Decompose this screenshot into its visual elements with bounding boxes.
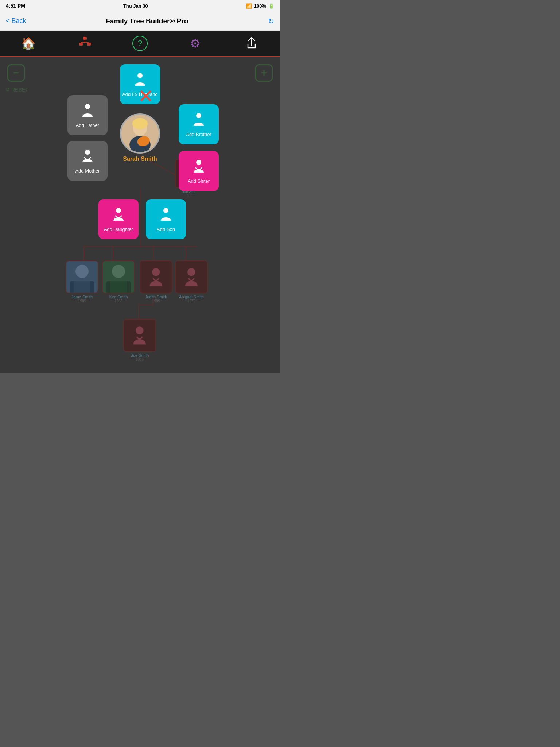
svg-point-21: [163, 208, 168, 213]
canvas: − + ↺ RESET Add Father Add Mother: [0, 57, 280, 374]
svg-rect-1: [79, 43, 83, 46]
wifi-icon: 📶: [246, 3, 252, 9]
home-icon[interactable]: 🏠: [19, 34, 38, 53]
help-icon[interactable]: ?: [132, 36, 148, 51]
close-button[interactable]: ✕: [136, 86, 156, 107]
svg-point-19: [196, 160, 201, 165]
add-daughter-label: Add Daughter: [104, 227, 133, 232]
svg-rect-2: [87, 43, 91, 46]
add-father-button[interactable]: Add Father: [67, 95, 108, 135]
toolbar: 🏠 ? ⚙: [0, 31, 280, 57]
center-person[interactable]: Sarah Smith: [120, 113, 160, 162]
add-sister-button[interactable]: Add Sister: [179, 151, 219, 191]
svg-point-15: [85, 104, 90, 109]
nav-bar: < Back Family Tree Builder® Pro ↻: [0, 12, 280, 31]
refresh-button[interactable]: ↻: [268, 17, 274, 26]
close-icon: ✕: [138, 87, 154, 106]
add-brother-label: Add Brother: [186, 132, 211, 137]
daughter-icon: [112, 207, 125, 224]
male-icon: [81, 103, 94, 120]
nav-title: Family Tree Builder® Pro: [106, 17, 188, 25]
center-name: Sarah Smith: [123, 156, 157, 162]
add-son-label: Add Son: [157, 227, 175, 232]
son-icon: [159, 207, 173, 224]
settings-icon[interactable]: ⚙: [186, 34, 204, 53]
female-icon: [81, 148, 94, 165]
add-sister-label: Add Sister: [188, 178, 210, 184]
svg-point-18: [196, 113, 201, 118]
add-mother-button[interactable]: Add Mother: [67, 141, 108, 181]
status-date: Thu Jan 30: [123, 3, 148, 9]
svg-point-17: [137, 73, 143, 78]
svg-point-24: [132, 118, 148, 129]
svg-rect-0: [83, 37, 87, 40]
svg-point-16: [85, 150, 90, 155]
back-button[interactable]: < Back: [6, 17, 26, 25]
status-time: 4:51 PM: [6, 3, 25, 9]
add-son-button[interactable]: Add Son: [146, 199, 186, 239]
tree-icon[interactable]: [76, 34, 94, 53]
add-brother-button[interactable]: Add Brother: [179, 104, 219, 144]
battery-label: 100%: [254, 3, 266, 9]
add-daughter-button[interactable]: Add Daughter: [98, 199, 139, 239]
status-right: 📶 100% 🔋: [246, 3, 274, 9]
add-father-label: Add Father: [76, 123, 99, 128]
share-icon[interactable]: [242, 34, 261, 53]
brother-icon: [192, 112, 206, 129]
battery-icon: 🔋: [268, 3, 274, 9]
add-mother-label: Add Mother: [75, 168, 100, 174]
sister-icon: [192, 159, 206, 175]
center-avatar: [120, 113, 160, 154]
status-bar: 4:51 PM Thu Jan 30 📶 100% 🔋: [0, 0, 280, 12]
svg-point-20: [116, 208, 121, 213]
